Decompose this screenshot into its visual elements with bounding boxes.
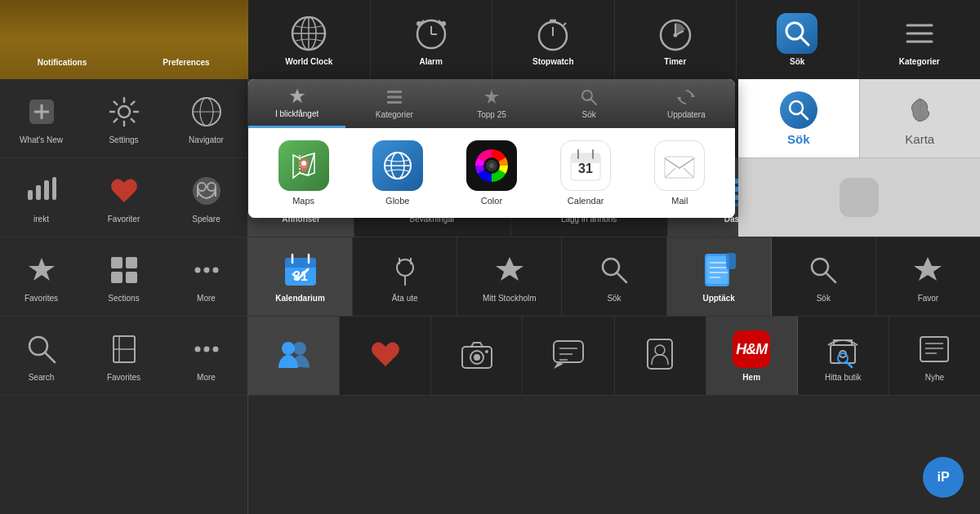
hitta-butik-label: Hitta butik [825, 373, 861, 383]
favoriter-left-button[interactable]: Favoriter [82, 158, 165, 237]
ata-ute-button[interactable]: Äta ute [353, 237, 457, 316]
popup-apps-grid: Maps Globe [248, 128, 735, 218]
preferences-button[interactable]: Preferences [124, 53, 248, 73]
sok-row3-button[interactable]: Sök [562, 237, 666, 316]
svg-point-147 [301, 161, 306, 166]
world-clock-app[interactable]: World Clock [248, 0, 371, 79]
svg-rect-41 [126, 257, 137, 268]
preferences-label: Preferences [163, 58, 209, 68]
direkt-button[interactable]: irekt [0, 158, 82, 237]
message-row4-button[interactable] [523, 317, 614, 395]
notifications-label: Notifications [38, 58, 87, 68]
svg-point-118 [293, 342, 306, 355]
svg-line-161 [801, 113, 808, 119]
people-button[interactable] [248, 317, 340, 395]
more-bottom-label: More [197, 373, 216, 383]
mitt-stockholm-icon [489, 250, 530, 290]
contacts-icon [639, 334, 680, 374]
left-top-bar: Notifications Preferences [0, 0, 248, 79]
svg-point-122 [485, 350, 488, 353]
heart-row4-button[interactable] [340, 317, 431, 395]
svg-point-121 [474, 354, 480, 361]
svg-point-45 [203, 268, 209, 273]
top-bar: Notifications Preferences World Clock [0, 0, 980, 79]
popup-nav-blickfanget-label: I blickfånget [275, 109, 318, 118]
search-left-button[interactable]: Search [0, 317, 82, 395]
stopwatch-app[interactable]: Stopwatch [492, 0, 615, 79]
svg-point-19 [673, 33, 677, 37]
popup-maps-icon [278, 140, 329, 191]
popup-maps-app[interactable]: Maps [278, 140, 329, 206]
nyhe-button[interactable]: Nyhe [889, 317, 980, 395]
camera-icon [457, 334, 497, 374]
popup-globe-app[interactable]: Globe [372, 140, 423, 206]
svg-rect-33 [52, 177, 56, 200]
popup-nav-topp25[interactable]: Topp 25 [443, 79, 540, 128]
popup-color-app[interactable]: Color [466, 140, 517, 206]
karta-tab[interactable]: Karta [860, 79, 981, 157]
alarm-app[interactable]: Alarm [371, 0, 493, 79]
left-row-3: Favorites Sections More [0, 237, 248, 317]
settings-icon [104, 91, 145, 132]
whats-new-label: What's New [20, 135, 63, 145]
more-button[interactable]: More [165, 237, 247, 316]
svg-marker-39 [29, 258, 55, 281]
notifications-button[interactable]: Notifications [0, 53, 124, 73]
popup-mail-app[interactable]: Mail [654, 140, 705, 206]
favorites-button[interactable]: Favorites [0, 237, 82, 316]
popup-nav-sok[interactable]: Sök [541, 79, 638, 128]
svg-rect-113 [726, 253, 736, 269]
tab-row: Sök Karta [738, 79, 980, 158]
contacts-button[interactable] [615, 317, 706, 395]
spelare-button[interactable]: Spelare [165, 158, 247, 237]
popup-nav-uppdatera-label: Uppdatera [667, 110, 706, 119]
sok-app[interactable]: Sök [737, 0, 859, 79]
more-icon [186, 250, 227, 290]
sok-row3b-button[interactable]: Sök [772, 237, 876, 316]
mitt-stockholm-button[interactable]: Mitt Stockholm [457, 237, 562, 316]
ata-ute-label: Äta ute [392, 294, 418, 304]
svg-line-115 [826, 273, 835, 282]
favor-icon [907, 250, 948, 290]
popup-nav-uppdatera[interactable]: Uppdatera [638, 79, 735, 128]
sok-tab-icon [780, 91, 817, 129]
kategorier-icon [899, 13, 940, 54]
svg-marker-138 [290, 89, 305, 103]
popup-calendar-app[interactable]: 31 Calendar [560, 140, 611, 206]
timer-app[interactable]: Timer [615, 0, 737, 79]
camera-button[interactable] [431, 317, 523, 395]
kalendarium-button[interactable]: 31 Kalendarium [248, 237, 353, 316]
popup-nav-kategorier[interactable]: Kategorier [345, 79, 443, 128]
svg-rect-139 [387, 91, 402, 93]
popup-mail-icon [654, 140, 705, 191]
hem-button[interactable]: H&M Hem [706, 317, 798, 395]
svg-rect-40 [111, 257, 122, 268]
svg-rect-159 [665, 157, 694, 178]
uptack-button[interactable]: Upptäck [667, 237, 772, 316]
svg-rect-30 [28, 190, 33, 200]
timer-label: Timer [664, 57, 686, 67]
sections-button[interactable]: Sections [82, 237, 165, 316]
navigator-button[interactable]: Navigator [165, 79, 247, 157]
settings-button[interactable]: Settings [82, 79, 165, 157]
left-row-2: irekt Favoriter Spelare [0, 158, 248, 237]
favor-button[interactable]: Favor [876, 237, 980, 316]
kategorier-app[interactable]: Kategorier [859, 0, 981, 79]
more-bottom-button[interactable]: More [165, 317, 247, 395]
whats-new-icon [21, 91, 62, 132]
hitta-butik-button[interactable]: Hitta butik [798, 317, 889, 395]
hem-icon: H&M [731, 329, 772, 370]
sok-tab[interactable]: Sök [738, 79, 860, 157]
svg-rect-42 [111, 272, 122, 283]
svg-line-48 [45, 352, 55, 362]
svg-rect-140 [387, 96, 402, 99]
popup-nav-blickfanget[interactable]: I blickfånget [248, 79, 345, 128]
app-popup: I blickfånget Kategorier Topp 25 [248, 79, 735, 218]
svg-line-15 [564, 23, 566, 25]
svg-rect-96 [285, 264, 316, 268]
whats-new-button[interactable]: What's New [0, 79, 82, 157]
uptack-icon [698, 250, 739, 290]
alarm-icon [411, 13, 452, 54]
popup-nav-sok-label: Sök [582, 110, 596, 119]
favorites-book-button[interactable]: Favorites [82, 317, 165, 395]
